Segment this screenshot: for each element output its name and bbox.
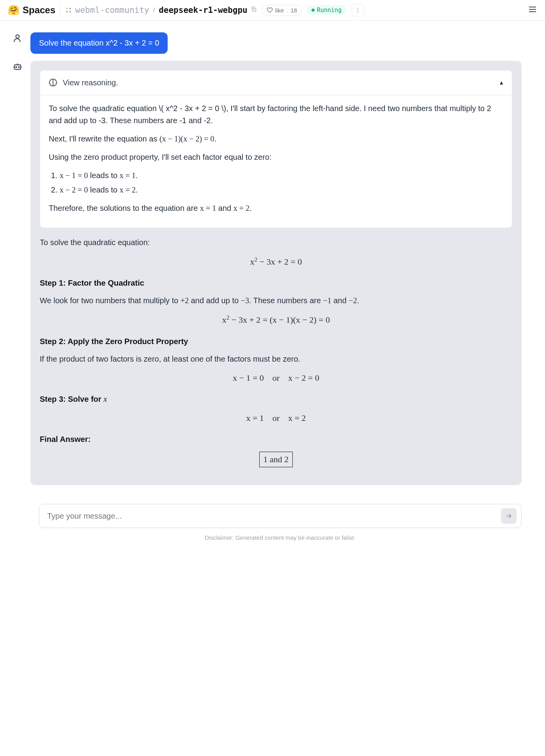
user-avatar [12,32,23,44]
copy-icon[interactable] [251,6,257,14]
reasoning-p1: To solve the quadratic equation \( x^2 -… [49,102,503,127]
dots-vertical-icon [355,7,361,13]
status-badge: Running [307,5,346,15]
step1-text: We look for two numbers that multiply to… [40,295,512,307]
svg-point-7 [357,12,358,12]
equation-4: x = 1 or x = 2 [40,412,512,425]
reasoning-toggle[interactable]: View reasoning. ▲ [40,71,512,95]
send-button[interactable] [501,508,517,524]
assistant-avatar [12,61,23,72]
svg-rect-4 [253,9,256,11]
svg-point-6 [357,10,358,11]
svg-point-13 [16,67,16,67]
reasoning-body: To solve the quadratic equation \( x^2 -… [40,95,512,228]
caret-up-icon: ▲ [499,79,504,87]
reasoning-p4: Therefore, the solutions to the equation… [49,202,503,214]
like-label: like [275,7,284,14]
svg-point-5 [357,8,358,9]
brain-icon [48,78,58,88]
chat-main: Solve the equation x^2 - 3x + 2 = 0 View… [0,21,545,500]
user-icon [12,33,23,43]
assistant-row: View reasoning. ▲ To solve the quadratic… [12,61,522,485]
svg-point-2 [66,11,68,12]
header: 🤗 Spaces webml-community / deepseek-r1-w… [0,0,545,21]
spaces-label[interactable]: Spaces [23,5,55,16]
message-input-box [39,504,522,528]
step1-title: Step 1: Factor the Quadratic [40,277,512,289]
svg-point-11 [16,35,19,38]
reasoning-p3: Using the zero product property, I'll se… [49,151,503,163]
input-area: Disclaimer: Generated content may be ina… [0,504,545,541]
like-count: 18 [287,7,297,14]
step2-title: Step 2: Apply the Zero Product Property [40,336,512,348]
answer-intro: To solve the quadratic equation: [40,237,512,249]
reasoning-box: View reasoning. ▲ To solve the quadratic… [40,70,512,228]
step2-text: If the product of two factors is zero, a… [40,353,512,365]
final-answer: 1 and 2 [40,452,512,467]
reasoning-p2: Next, I'll rewrite the equation as (x − … [49,133,503,145]
final-title: Final Answer: [40,433,512,445]
equation-2: x2 − 3x + 2 = (x − 1)(x − 2) = 0 [40,313,512,327]
arrow-right-icon [505,512,513,520]
hf-logo: 🤗 [8,5,19,16]
breadcrumb-slash: / [153,7,155,14]
boxed-answer: 1 and 2 [259,452,293,467]
reasoning-list: x − 1 = 0 leads to x = 1. x − 2 = 0 lead… [60,170,503,196]
message-input[interactable] [47,512,501,521]
equation-1: x2 − 3x + 2 = 0 [40,255,512,268]
like-button[interactable]: like 18 [262,5,301,16]
list-item: x − 1 = 0 leads to x = 1. [60,170,503,182]
divider [60,5,60,15]
svg-point-3 [69,11,71,12]
svg-point-14 [18,67,19,67]
reasoning-label: View reasoning. [63,77,118,89]
more-button[interactable] [352,4,364,16]
step3-title: Step 3: Solve for x [40,393,512,405]
svg-point-0 [66,8,68,9]
equation-3: x − 1 = 0 or x − 2 = 0 [40,371,512,385]
robot-icon [12,61,23,72]
disclaimer: Disclaimer: Generated content may be ina… [39,534,522,541]
org-icon [65,7,72,14]
user-row: Solve the equation x^2 - 3x + 2 = 0 [12,32,522,54]
menu-button[interactable] [528,5,537,16]
user-message: Solve the equation x^2 - 3x + 2 = 0 [30,32,168,54]
status-dot-icon [311,9,315,12]
breadcrumb-repo[interactable]: deepseek-r1-webgpu [159,5,248,15]
status-text: Running [317,7,342,14]
heart-icon [267,7,273,13]
hamburger-icon [528,5,537,14]
assistant-message: View reasoning. ▲ To solve the quadratic… [30,61,522,485]
breadcrumb-org[interactable]: webml-community [75,5,149,15]
list-item: x − 2 = 0 leads to x = 2. [60,184,503,196]
svg-point-1 [69,8,71,9]
